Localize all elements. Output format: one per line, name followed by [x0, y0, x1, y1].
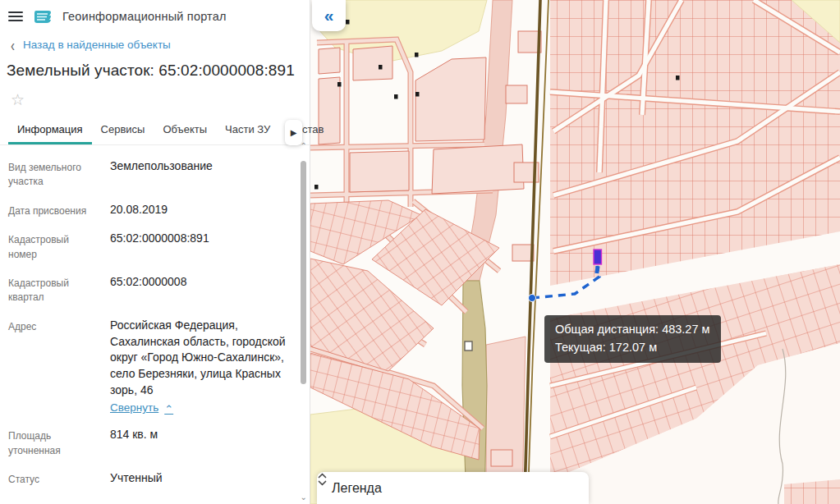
app-logo-icon	[34, 9, 52, 25]
field-row: Кадастровый номер 65:02:0000008:891	[8, 224, 290, 268]
screen: Геоинформационный портал ‹ Назад в найде…	[0, 0, 840, 504]
page-title: Земельный участок: 65:02:0000008:891	[7, 62, 303, 80]
measurement-start-point[interactable]	[529, 295, 536, 302]
app-title: Геоинформационный портал	[62, 10, 227, 23]
field-value: 20.08.2019	[110, 202, 290, 218]
collapse-panel-button[interactable]: «	[312, 0, 346, 31]
field-value: Земли населенных пунктов	[110, 499, 290, 501]
field-value: Землепользование	[110, 158, 290, 175]
collapse-link[interactable]: Свернуть ⌃	[110, 401, 173, 414]
tab[interactable]: Части ЗУ	[216, 118, 279, 144]
fields-list: Вид земельного участка Землепользование …	[0, 145, 310, 501]
favorite-star-icon[interactable]: ☆	[11, 92, 310, 108]
back-link-label: Назад в найденные объекты	[23, 39, 171, 51]
chevron-up-icon: ⌃	[164, 403, 173, 415]
field-row: Вид земельного участка Землепользование	[8, 152, 290, 195]
tab-bar: Информация Сервисы Объекты Части ЗУ Сост…	[0, 118, 310, 145]
field-label: Вид земельного участка	[8, 158, 99, 190]
field-row: Адрес Российская Федерация, Сахалинская …	[8, 311, 290, 420]
field-value: 65:02:0000008	[110, 274, 290, 291]
scroll-down-icon[interactable]: ⌄	[301, 493, 307, 502]
field-label: Дата присвоения	[8, 202, 99, 218]
field-value: 65:02:0000008:891	[110, 231, 290, 247]
legend-expand-icon[interactable]	[317, 472, 328, 487]
tab[interactable]: Объекты	[154, 118, 216, 144]
back-button[interactable]: ‹ Назад в найденные объекты	[11, 39, 310, 51]
field-value: Российская Федерация, Сахалинская област…	[110, 318, 290, 399]
map-area[interactable]: « Общая дистанция: 483.27 м Текущая: 172…	[310, 0, 840, 504]
field-row: Категория земель Земли населенных пункто…	[8, 493, 290, 501]
field-row: Дата присвоения 20.08.2019	[8, 195, 290, 224]
info-panel: Геоинформационный портал ‹ Назад в найде…	[0, 0, 310, 504]
field-value: 814 кв. м	[110, 427, 290, 443]
field-row: Площадь уточненная 814 кв. м	[8, 420, 290, 464]
panel-scrollbar[interactable]	[301, 161, 306, 384]
field-row: Кадастровый квартал 65:02:0000008	[8, 268, 290, 311]
map-canvas[interactable]	[310, 0, 840, 504]
legend-bar[interactable]: Легенда	[317, 472, 589, 504]
scroll-up-icon[interactable]: ⌃	[301, 141, 307, 150]
field-label: Кадастровый квартал	[8, 274, 99, 305]
olive-road-band	[462, 281, 487, 504]
legend-label: Легенда	[332, 481, 382, 496]
field-label: Кадастровый номер	[8, 231, 99, 262]
field-label: Статус	[8, 470, 99, 487]
field-label: Категория земель	[8, 499, 99, 501]
tab[interactable]: Сервисы	[92, 118, 154, 144]
field-label: Площадь уточненная	[8, 427, 99, 458]
field-value: Учтенный	[110, 470, 290, 487]
tab[interactable]: Информация	[8, 118, 92, 144]
field-row: Статус Учтенный	[8, 464, 290, 493]
menu-icon[interactable]	[8, 11, 23, 21]
field-label: Адрес	[8, 318, 99, 415]
app-header: Геоинформационный портал	[0, 0, 310, 28]
highlighted-parcel[interactable]	[594, 250, 602, 264]
back-chevron-icon: ‹	[11, 37, 15, 53]
